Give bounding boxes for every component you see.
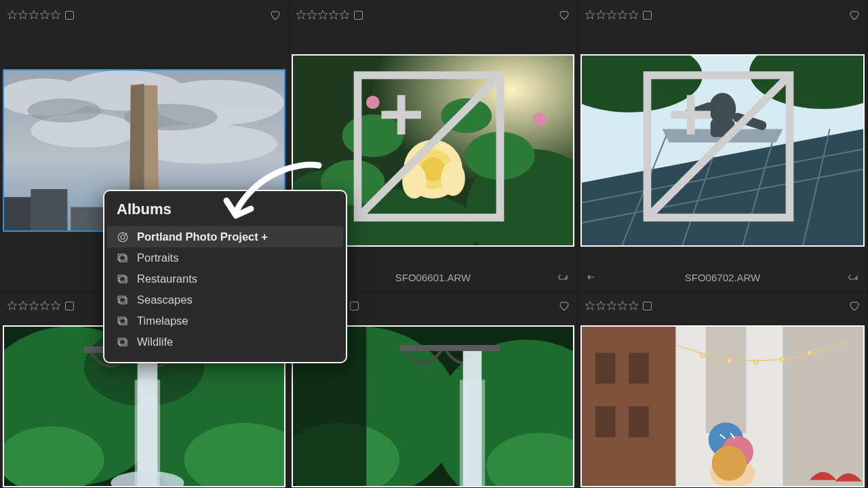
grid-cell[interactable]: SFO06702.ARW: [578, 0, 868, 291]
svg-rect-116: [120, 298, 127, 304]
star-icon[interactable]: [595, 300, 606, 311]
sync-out-icon: [586, 271, 598, 283]
star-icon[interactable]: [7, 300, 18, 311]
color-label-chip[interactable]: [65, 11, 74, 20]
star-icon[interactable]: [328, 9, 339, 20]
star-icon[interactable]: [617, 9, 628, 20]
svg-marker-63: [51, 301, 60, 310]
thumb-meta-top: [0, 0, 288, 28]
album-item[interactable]: Portland Photo Project +: [107, 226, 343, 247]
popover-title: Albums: [107, 201, 343, 226]
star-icon[interactable]: [18, 9, 28, 20]
svg-marker-41: [607, 10, 616, 19]
svg-marker-43: [629, 10, 637, 19]
star-icon[interactable]: [585, 300, 595, 311]
star-icon[interactable]: [617, 300, 628, 311]
rating-stars[interactable]: [7, 9, 61, 20]
star-icon[interactable]: [28, 300, 39, 311]
svg-point-107: [808, 350, 812, 354]
star-icon[interactable]: [18, 300, 28, 311]
grid-cell[interactable]: [578, 291, 868, 488]
svg-point-100: [712, 446, 747, 481]
svg-rect-113: [118, 254, 125, 260]
svg-rect-118: [120, 319, 127, 325]
album-label: Portraits: [137, 251, 178, 264]
svg-rect-79: [460, 380, 485, 486]
svg-marker-85: [607, 301, 616, 310]
star-icon[interactable]: [28, 9, 39, 20]
stack-icon: [117, 294, 129, 306]
color-label-chip[interactable]: [643, 302, 652, 310]
svg-rect-70: [135, 380, 160, 486]
star-icon[interactable]: [307, 9, 317, 20]
star-icon[interactable]: [317, 9, 328, 20]
album-label: Wildlife: [137, 336, 173, 348]
star-icon[interactable]: [50, 300, 61, 311]
album-item[interactable]: Restaurants: [107, 268, 343, 289]
star-icon[interactable]: [7, 9, 18, 20]
rating-stars[interactable]: [296, 9, 350, 20]
sync-in-icon: [847, 271, 859, 283]
star-icon[interactable]: [296, 9, 307, 20]
album-item[interactable]: Portraits: [107, 247, 343, 268]
album-item[interactable]: Seascapes: [107, 289, 343, 310]
star-icon[interactable]: [50, 9, 61, 20]
svg-marker-61: [29, 301, 38, 310]
thumb-meta-top: [289, 0, 577, 28]
star-icon[interactable]: [628, 300, 639, 311]
album-label: Timelapse: [137, 314, 189, 327]
color-label-chip[interactable]: [643, 11, 652, 20]
svg-rect-77: [399, 345, 500, 351]
star-icon[interactable]: [595, 9, 606, 20]
albums-popover: Albums Portland Photo Project +Portraits…: [103, 190, 347, 363]
svg-marker-21: [318, 10, 327, 19]
album-label: Restaurants: [137, 272, 197, 285]
star-icon[interactable]: [339, 9, 350, 20]
star-icon[interactable]: [585, 9, 595, 20]
svg-rect-96: [706, 327, 746, 433]
heart-icon[interactable]: [848, 300, 861, 312]
sync-in-icon: [557, 271, 569, 283]
svg-marker-1: [18, 10, 27, 19]
album-item[interactable]: Timelapse: [107, 310, 343, 331]
filename-label: SFO06702.ARW: [598, 272, 847, 283]
heart-icon[interactable]: [848, 9, 861, 21]
svg-marker-62: [40, 301, 49, 310]
thumbnail[interactable]: [580, 54, 865, 247]
svg-rect-120: [120, 340, 127, 346]
svg-rect-119: [118, 317, 125, 323]
svg-rect-114: [120, 277, 127, 283]
svg-marker-84: [596, 301, 605, 310]
color-label-chip[interactable]: [65, 302, 74, 310]
svg-rect-93: [595, 407, 616, 437]
color-label-chip[interactable]: [354, 11, 363, 20]
svg-rect-112: [120, 256, 127, 262]
heart-icon[interactable]: [558, 9, 570, 21]
svg-point-109: [121, 235, 125, 239]
svg-point-105: [754, 360, 758, 364]
svg-marker-39: [585, 10, 594, 19]
rating-stars[interactable]: [585, 300, 639, 311]
heart-icon[interactable]: [269, 9, 281, 21]
svg-marker-20: [307, 10, 316, 19]
album-item[interactable]: Wildlife: [107, 331, 343, 352]
star-icon[interactable]: [606, 9, 617, 20]
thumb-meta-bottom: SFO06702.ARW: [578, 268, 867, 287]
svg-marker-4: [51, 10, 60, 19]
svg-marker-22: [329, 10, 338, 19]
stack-icon: [117, 315, 129, 327]
heart-icon[interactable]: [558, 300, 570, 312]
star-icon[interactable]: [628, 9, 639, 20]
svg-marker-23: [340, 10, 349, 19]
thumbnail[interactable]: [580, 325, 865, 487]
svg-marker-59: [7, 301, 16, 310]
rating-stars[interactable]: [7, 300, 61, 311]
star-icon[interactable]: [39, 300, 50, 311]
star-icon[interactable]: [39, 9, 50, 20]
rating-stars[interactable]: [585, 9, 639, 20]
svg-rect-115: [118, 275, 125, 281]
stack-icon: [117, 252, 129, 264]
color-label-chip[interactable]: [350, 302, 359, 310]
svg-marker-42: [618, 10, 627, 19]
star-icon[interactable]: [606, 300, 617, 311]
